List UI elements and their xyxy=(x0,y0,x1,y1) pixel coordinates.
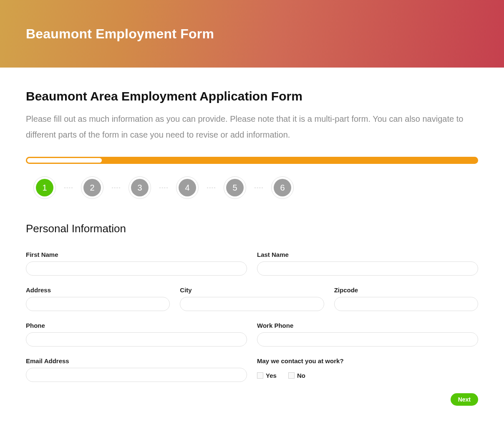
input-first-name[interactable] xyxy=(26,261,247,276)
step-connector xyxy=(255,188,263,188)
step-2[interactable]: 2 xyxy=(81,176,103,199)
field-work-phone: Work Phone xyxy=(257,322,478,347)
step-number: 3 xyxy=(131,179,149,196)
label-first-name: First Name xyxy=(26,251,247,258)
hero-banner: Beaumont Employment Form xyxy=(0,0,504,68)
hero-title: Beaumont Employment Form xyxy=(26,26,214,42)
step-indicator: 123456 xyxy=(33,176,478,199)
input-last-name[interactable] xyxy=(257,261,478,276)
label-contact-at-work: May we contact you at work? xyxy=(257,357,478,364)
label-work-phone: Work Phone xyxy=(257,322,478,329)
step-connector xyxy=(207,188,215,188)
step-connector xyxy=(159,188,168,188)
page-intro: Please fill out as much information as y… xyxy=(26,111,478,143)
label-address: Address xyxy=(26,286,170,294)
step-number: 1 xyxy=(36,179,53,196)
step-5[interactable]: 5 xyxy=(224,176,246,199)
field-first-name: First Name xyxy=(26,251,247,276)
input-email[interactable] xyxy=(26,368,247,382)
step-number: 6 xyxy=(274,179,291,196)
checkbox-label-yes: Yes xyxy=(266,372,277,379)
step-number: 5 xyxy=(226,179,244,196)
label-phone: Phone xyxy=(26,322,247,329)
step-6[interactable]: 6 xyxy=(271,176,294,199)
step-number: 2 xyxy=(83,179,101,196)
form-actions: Next xyxy=(26,393,478,406)
field-email: Email Address xyxy=(26,357,247,382)
section-title: Personal Information xyxy=(26,222,478,235)
progress-fill xyxy=(27,158,102,163)
label-zipcode: Zipcode xyxy=(334,286,478,294)
main-container: Beaumont Area Employment Application For… xyxy=(0,68,504,431)
input-work-phone[interactable] xyxy=(257,332,478,347)
field-address: Address xyxy=(26,286,170,311)
field-phone: Phone xyxy=(26,322,247,347)
checkbox-contact-no[interactable]: No xyxy=(288,372,305,379)
next-button[interactable]: Next xyxy=(451,393,478,406)
step-1[interactable]: 1 xyxy=(33,176,56,199)
field-last-name: Last Name xyxy=(257,251,478,276)
checkbox-box-icon xyxy=(288,372,295,379)
step-4[interactable]: 4 xyxy=(176,176,199,199)
field-contact-at-work: May we contact you at work? Yes No xyxy=(257,357,478,382)
field-city: City xyxy=(180,286,324,311)
label-last-name: Last Name xyxy=(257,251,478,258)
input-phone[interactable] xyxy=(26,332,247,347)
input-address[interactable] xyxy=(26,297,170,311)
label-email: Email Address xyxy=(26,357,247,364)
step-connector xyxy=(64,188,73,188)
checkbox-contact-yes[interactable]: Yes xyxy=(257,372,277,379)
label-city: City xyxy=(180,286,324,294)
input-zipcode[interactable] xyxy=(334,297,478,311)
progress-bar xyxy=(26,157,478,164)
field-zipcode: Zipcode xyxy=(334,286,478,311)
page-title: Beaumont Area Employment Application For… xyxy=(26,89,478,103)
checkbox-label-no: No xyxy=(297,372,305,379)
step-number: 4 xyxy=(179,179,196,196)
input-city[interactable] xyxy=(180,297,324,311)
step-3[interactable]: 3 xyxy=(129,176,151,199)
step-connector xyxy=(112,188,120,188)
checkbox-box-icon xyxy=(257,372,263,379)
